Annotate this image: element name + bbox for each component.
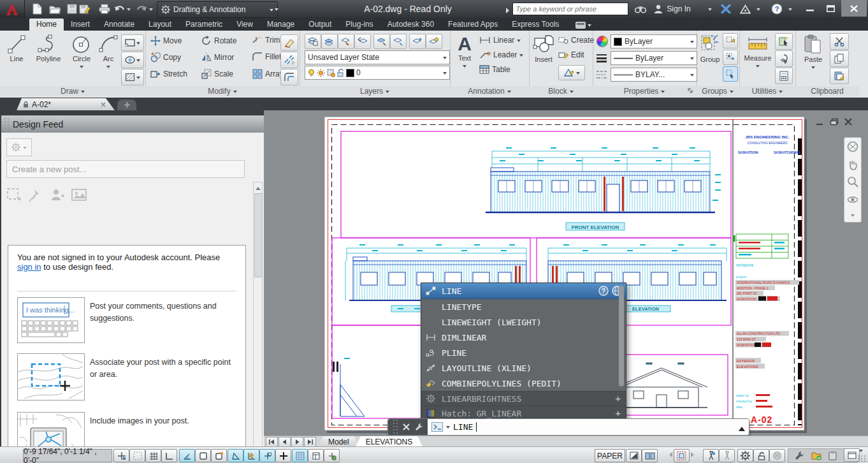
restore-drawing-icon[interactable] [830, 118, 839, 126]
ungroup-button[interactable] [723, 33, 738, 48]
minimize-drawing-icon[interactable] [816, 118, 825, 126]
panel-label-modify[interactable]: Modify [145, 86, 300, 96]
quick-view-layouts-button[interactable] [642, 449, 658, 462]
toggle-3d-object-snap[interactable] [211, 449, 227, 462]
panel-label-layers[interactable]: Layers [300, 86, 450, 96]
new-tab-button[interactable] [117, 99, 136, 110]
cut-button[interactable] [830, 33, 849, 50]
define-attributes-button[interactable] [558, 65, 585, 80]
redo-button[interactable] [134, 1, 148, 17]
tab-annotate[interactable]: Annotate [97, 18, 141, 31]
tab-plugins[interactable]: Plug-ins [338, 18, 380, 31]
layer-unisolate-button[interactable] [390, 34, 407, 49]
help-icon[interactable]: ? [598, 286, 609, 296]
layout-icon-button[interactable] [626, 449, 642, 462]
pin-icon[interactable] [28, 187, 43, 203]
annotation-visibility-button[interactable] [703, 449, 719, 462]
toggle-grid-display[interactable] [145, 449, 161, 462]
search-history-button[interactable] [503, 3, 512, 18]
steering-wheel-button[interactable] [769, 449, 785, 462]
move-button[interactable]: Move [150, 36, 182, 46]
scale-button[interactable]: Scale [201, 69, 233, 79]
panel-label-groups[interactable]: Groups [696, 86, 739, 96]
add-person-icon[interactable] [50, 187, 65, 203]
layer-off-button[interactable] [426, 34, 442, 49]
hatch-button[interactable] [121, 69, 144, 85]
suggestion-layoutline[interactable]: LAYOUTLINE (XLINE) [421, 360, 626, 376]
first-layout-button[interactable] [266, 437, 278, 448]
linetype-dropdown[interactable]: BYLAY... [611, 68, 697, 82]
close-button[interactable] [841, 0, 867, 17]
tray-folder-icon[interactable] [811, 452, 822, 460]
last-layout-button[interactable] [304, 437, 316, 448]
a360-button[interactable] [737, 1, 753, 17]
mirror-button[interactable]: Mirror [201, 52, 234, 62]
close-command-icon[interactable] [403, 423, 410, 430]
group-selection-toggle[interactable] [723, 66, 738, 82]
maximize-button[interactable] [821, 0, 840, 17]
search-button[interactable] [632, 1, 649, 17]
quick-select-button[interactable] [775, 33, 793, 50]
toggle-dynamic-ucs[interactable] [259, 449, 275, 462]
workspace-gear-button[interactable] [737, 449, 753, 462]
prev-layout-button[interactable] [278, 437, 291, 448]
suggestion-line[interactable]: LINE ? [421, 283, 626, 299]
toggle-object-snap[interactable] [195, 449, 211, 462]
new-file-button[interactable] [29, 1, 45, 17]
toggle-transparency[interactable] [292, 449, 308, 462]
panel-label-draw[interactable]: Draw [0, 86, 145, 96]
autoscale-button[interactable] [719, 449, 735, 462]
suggestion-linetype[interactable]: LINETYPE [421, 299, 626, 314]
dialog-launcher-icon[interactable] [688, 88, 693, 94]
layer-current-button[interactable] [338, 34, 354, 49]
command-history-toggle[interactable] [739, 423, 745, 431]
exchange-apps-button[interactable] [718, 1, 734, 17]
tab-output[interactable]: Output [301, 18, 338, 31]
minimize-button[interactable] [800, 0, 820, 17]
toolbar-lock-button[interactable] [753, 449, 769, 462]
image-icon[interactable] [71, 187, 88, 203]
undo-button[interactable] [112, 1, 126, 17]
panel-label-annotation[interactable]: Annotation [450, 86, 529, 96]
layer-dropdown[interactable]: 0 [305, 66, 450, 80]
polyline-button[interactable]: Polyline [31, 34, 66, 62]
toggle-snap-mode[interactable] [113, 449, 129, 462]
toggle-grid-dots[interactable] [129, 449, 145, 462]
close-tab-icon[interactable] [101, 102, 106, 107]
table-button[interactable]: Table [479, 65, 510, 74]
tab-layout[interactable]: Layout [141, 18, 178, 31]
arc-button[interactable]: Arc [97, 34, 120, 70]
create-post-input[interactable]: Create a new post... [6, 160, 245, 178]
lineweight-dropdown[interactable]: ByLayer [611, 51, 697, 65]
tab-elevations[interactable]: ELEVATIONS [356, 436, 423, 447]
tab-view[interactable]: View [229, 18, 260, 31]
prev-viewport-arrow[interactable] [667, 452, 672, 457]
navigation-wheel-icon[interactable] [847, 141, 858, 152]
toggle-polar-tracking[interactable] [179, 449, 195, 462]
tab-featured-apps[interactable]: Featured Apps [441, 18, 505, 31]
text-button[interactable]: A Text [454, 34, 475, 70]
explode-button[interactable] [280, 52, 298, 68]
close-drawing-icon[interactable] [844, 118, 853, 126]
paper-model-toggle[interactable]: PAPER [595, 449, 625, 462]
customize-wrench-icon[interactable] [415, 423, 423, 431]
toggle-osnap-angle[interactable] [228, 449, 243, 462]
toggle-osnap-tracking[interactable] [243, 449, 259, 462]
app-menu-button[interactable] [0, 0, 25, 18]
command-line-grip[interactable] [393, 420, 398, 434]
toggle-selection-cycling[interactable] [324, 449, 340, 462]
layer-previous-button[interactable] [354, 34, 371, 49]
zoom-icon[interactable] [847, 176, 858, 187]
tab-insert[interactable]: Insert [64, 18, 97, 31]
pan-icon[interactable] [847, 159, 858, 170]
save-as-button[interactable] [76, 1, 93, 17]
object-color-dropdown[interactable]: ByLayer [611, 34, 697, 48]
next-layout-button[interactable] [291, 437, 303, 448]
create-block-button[interactable]: Create [558, 36, 594, 45]
id-point-button[interactable] [775, 50, 793, 67]
paste-button[interactable]: Paste [800, 34, 826, 71]
quick-calc-button[interactable] [775, 68, 793, 84]
layer-isolate-button[interactable] [373, 34, 390, 49]
suggestion-combinepolylines[interactable]: COMBINEPOLYLINES (PEDIT) [421, 376, 626, 391]
file-tab[interactable]: A-02* [17, 98, 115, 110]
